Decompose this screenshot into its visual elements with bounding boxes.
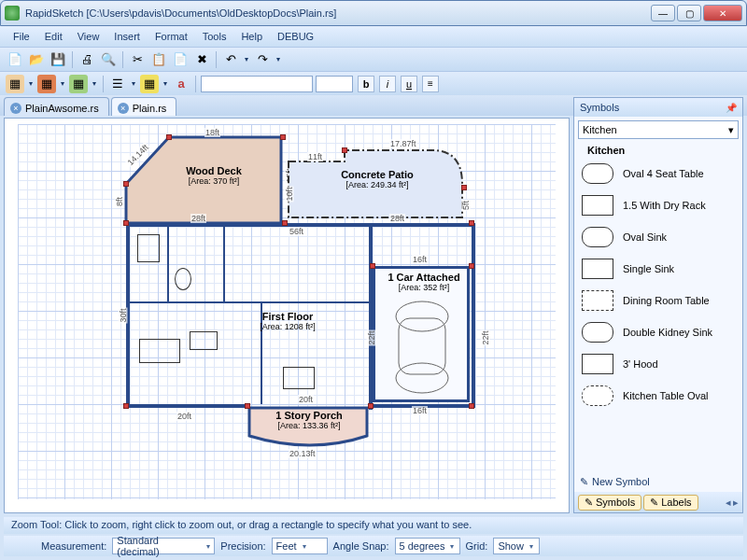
wood-deck-area: [Area: 370 ft²]	[158, 176, 270, 186]
first-floor-label: First Floor	[227, 311, 348, 322]
redo-icon[interactable]: ↷	[253, 50, 272, 69]
undo-icon[interactable]: ↶	[221, 50, 240, 69]
status-bar: Zoom Tool: Click to zoom, right click to…	[4, 517, 743, 534]
menu-edit[interactable]: Edit	[37, 29, 70, 44]
garage-area: [Area: 352 ft²]	[373, 283, 475, 292]
save-icon[interactable]: 💾	[49, 50, 67, 69]
tab-plainawsome[interactable]: × PlainAwsome.rs	[4, 97, 109, 116]
garage-label: 1 Car Attached	[373, 272, 475, 283]
options-bar: Measurement: Standard (decimal) Precisio…	[4, 536, 743, 556]
measurement-select[interactable]: Standard (decimal)	[112, 538, 215, 554]
category-label: Kitchen	[574, 143, 742, 158]
tool1-icon[interactable]: ▦	[6, 75, 24, 93]
list-item[interactable]: 3' Hood	[574, 348, 742, 380]
menubar: File Edit View Insert Format Tools Help …	[0, 26, 747, 47]
first-floor-area: [Area: 1208 ft²]	[227, 322, 348, 331]
text-icon[interactable]: a	[172, 75, 190, 93]
toolbar-main: 📄 📂 💾 🖨 🔍 ✂ 📋 📄 ✖ ↶▾ ↷▾	[0, 47, 747, 71]
list-item[interactable]: Dining Room Table	[574, 285, 742, 316]
new-symbol-button[interactable]: ✎ New Symbol	[574, 471, 742, 492]
app-icon	[5, 6, 20, 21]
anglesnap-label: Angle Snap:	[333, 540, 389, 552]
pin-icon[interactable]: 📌	[726, 103, 737, 113]
new-file-icon[interactable]: 📄	[6, 50, 24, 69]
porch-area: [Area: 133.36 ft²]	[251, 421, 367, 430]
tab-plain[interactable]: × Plain.rs	[111, 97, 177, 116]
minimize-button[interactable]: —	[651, 5, 675, 21]
menu-tools[interactable]: Tools	[195, 29, 234, 44]
menu-view[interactable]: View	[70, 29, 107, 44]
tool2-icon[interactable]: ▦	[37, 75, 56, 93]
underline-button[interactable]: u	[401, 76, 417, 92]
open-icon[interactable]: 📂	[27, 50, 46, 69]
precision-label: Precision:	[220, 540, 265, 552]
tab-label: PlainAwsome.rs	[25, 103, 99, 114]
wood-deck-label: Wood Deck	[158, 165, 270, 176]
status-hint: Zoom Tool: Click to zoom, right click to…	[11, 519, 472, 530]
measurement-label: Measurement:	[41, 540, 106, 552]
fill-icon[interactable]: ▦	[140, 75, 159, 93]
print-icon[interactable]: 🖨	[78, 50, 96, 69]
svg-point-1	[396, 301, 448, 331]
grid-label: Grid:	[466, 540, 488, 552]
window-title: RapidSketch [C:\Users\pdavis\Documents\O…	[25, 7, 649, 19]
scroll-right-icon[interactable]: ▸	[733, 497, 739, 509]
menu-debug[interactable]: DEBUG	[270, 29, 321, 44]
list-item[interactable]: Oval 4 Seat Table	[574, 158, 742, 189]
titlebar: RapidSketch [C:\Users\pdavis\Documents\O…	[0, 0, 747, 26]
patio-area: [Area: 249.34 ft²]	[307, 180, 447, 189]
align-icon[interactable]: ☰	[108, 75, 127, 93]
tab-label: Plain.rs	[133, 103, 167, 114]
svg-point-3	[396, 363, 448, 393]
panel-tab-symbols[interactable]: ✎Symbols	[578, 495, 641, 511]
menu-format[interactable]: Format	[148, 29, 195, 44]
list-item[interactable]: Double Kidney Sink	[574, 316, 742, 348]
preview-icon[interactable]: 🔍	[99, 50, 118, 69]
tool3-icon[interactable]: ▦	[69, 75, 88, 93]
scroll-left-icon[interactable]: ◂	[726, 497, 731, 509]
delete-icon[interactable]: ✖	[192, 50, 211, 69]
font-select[interactable]	[201, 76, 313, 92]
anglesnap-select[interactable]: 5 degrees	[395, 538, 460, 554]
tab-close-icon[interactable]: ×	[10, 103, 21, 114]
copy-icon[interactable]: 📋	[149, 50, 168, 69]
list-item[interactable]: Single Sink	[574, 253, 742, 285]
paste-icon[interactable]: 📄	[171, 50, 190, 69]
list-item[interactable]: Oval Sink	[574, 221, 742, 253]
canvas-area[interactable]: Wood Deck [Area: 370 ft²] 18ft 14.14ft 1…	[4, 118, 570, 513]
italic-button[interactable]: i	[379, 76, 396, 92]
toolbar-format: ▦▾ ▦▾ ▦▾ ☰▾ ▦▾ a b i u ≡	[0, 71, 747, 95]
tab-close-icon[interactable]: ×	[118, 103, 129, 114]
align2-button[interactable]: ≡	[422, 76, 439, 92]
list-item[interactable]: 1.5 With Dry Rack	[574, 189, 742, 221]
panel-tab-labels[interactable]: ✎Labels	[643, 495, 698, 511]
symbols-panel: Symbols 📌 Kitchen▾ Kitchen Oval 4 Seat T…	[573, 97, 743, 513]
menu-help[interactable]: Help	[233, 29, 270, 44]
menu-insert[interactable]: Insert	[106, 29, 148, 44]
panel-title: Symbols	[580, 102, 619, 113]
menu-file[interactable]: File	[6, 29, 37, 44]
precision-select[interactable]: Feet	[272, 538, 328, 554]
patio-label: Concrete Patio	[307, 169, 447, 180]
close-button[interactable]: ✕	[703, 5, 742, 21]
add-icon: ✎	[580, 476, 588, 488]
category-select[interactable]: Kitchen▾	[578, 120, 739, 139]
porch-label: 1 Story Porch	[251, 410, 367, 421]
fontsize-select[interactable]	[316, 76, 353, 92]
symbol-list[interactable]: Oval 4 Seat Table 1.5 With Dry Rack Oval…	[574, 158, 742, 471]
cut-icon[interactable]: ✂	[128, 50, 147, 69]
maximize-button[interactable]: ▢	[677, 5, 701, 21]
list-item[interactable]: Kitchen Table Oval	[574, 380, 742, 412]
grid-select[interactable]: Show	[493, 538, 540, 554]
bold-button[interactable]: b	[358, 76, 374, 92]
